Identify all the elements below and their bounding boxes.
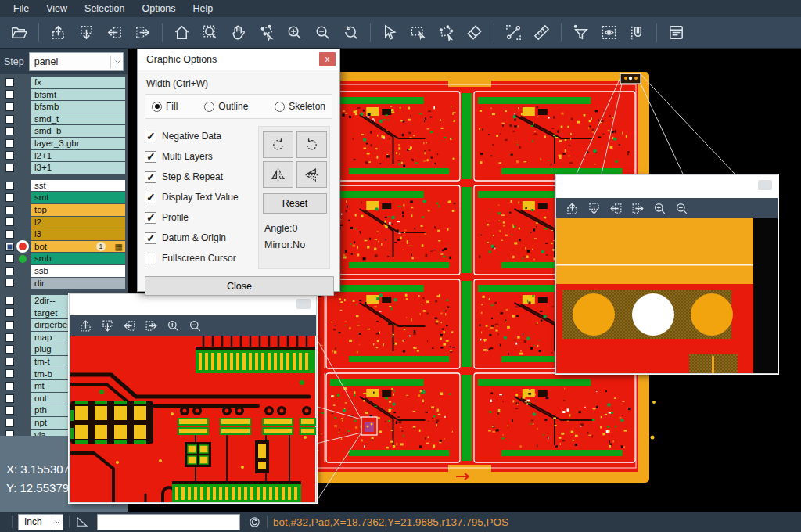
l3+1-layer-row[interactable]: l3+1	[0, 162, 128, 174]
layer-visibility-checkbox[interactable]	[5, 267, 14, 275]
close-icon[interactable]: x	[319, 52, 336, 66]
fill-radio[interactable]: Fill	[152, 101, 178, 112]
checkbox[interactable]	[145, 232, 156, 244]
radio-circle[interactable]	[204, 102, 214, 112]
smd_t-layer-row[interactable]: smd_t	[0, 113, 128, 125]
smd_b-layer-row[interactable]: smd_b	[0, 125, 128, 137]
profile-checkbox[interactable]: Profile	[145, 207, 256, 228]
window-button[interactable]	[758, 180, 772, 190]
layer-visibility-checkbox[interactable]	[5, 369, 14, 378]
rotate-ccw-button[interactable]	[296, 131, 327, 158]
zoom-out-button[interactable]	[185, 316, 205, 335]
select-rect-button[interactable]	[404, 20, 431, 45]
layer-visibility-checkbox[interactable]	[5, 333, 14, 342]
node-edit-button[interactable]	[253, 20, 279, 45]
layer-visibility-checkbox[interactable]	[5, 254, 14, 263]
skeleton-radio[interactable]: Skeleton	[275, 101, 325, 112]
outline-radio[interactable]: Outline	[204, 101, 248, 112]
top-layer-row[interactable]: top	[0, 204, 128, 216]
checkbox[interactable]	[145, 192, 156, 203]
layer-visibility-checkbox[interactable]	[5, 151, 14, 160]
layer-visibility-checkbox[interactable]	[5, 230, 14, 239]
pan-up-button[interactable]	[562, 199, 582, 217]
layer-name[interactable]: dir	[31, 278, 125, 289]
layer-name[interactable]: smb	[31, 253, 125, 264]
unit-select[interactable]: Inch	[18, 514, 63, 530]
pan-up-button[interactable]	[45, 20, 71, 45]
layer-visibility-checkbox[interactable]	[5, 90, 14, 99]
zoom-window-titlebar[interactable]	[556, 175, 778, 198]
smb-layer-row[interactable]: smb	[0, 253, 128, 264]
zoom-in-button[interactable]	[281, 20, 307, 45]
bfsmb-layer-row[interactable]: bfsmb	[0, 101, 128, 113]
layer-name[interactable]: ssb	[31, 265, 125, 277]
pan-left-button[interactable]	[101, 20, 128, 45]
fullscreen-cursor-checkbox[interactable]: Fullscreen Cursor	[145, 248, 256, 268]
layer-name[interactable]: bfsmt	[31, 89, 125, 101]
help-menu[interactable]: Help	[185, 2, 222, 16]
flip-v-button[interactable]	[263, 161, 293, 188]
checkbox[interactable]	[145, 212, 156, 224]
measure-distance-button[interactable]	[500, 20, 526, 45]
magnified-pcb-view[interactable]	[70, 336, 316, 502]
home-button[interactable]	[168, 20, 195, 45]
dir-layer-row[interactable]: dir	[0, 278, 128, 289]
l3-layer-row[interactable]: l3	[0, 228, 128, 240]
command-input[interactable]	[97, 514, 240, 530]
pan-left-button[interactable]	[119, 316, 139, 335]
layer-visibility-checkbox[interactable]	[5, 127, 14, 135]
layer-visibility-checkbox[interactable]	[5, 321, 14, 329]
options-menu[interactable]: Options	[133, 2, 184, 16]
snap-magnet-button[interactable]	[623, 20, 650, 45]
zoom-window-corner[interactable]	[555, 174, 778, 374]
open-folder-button[interactable]	[5, 20, 32, 45]
layer-name[interactable]: smd_b	[31, 125, 125, 137]
layer-name[interactable]: layer_3.gbr	[31, 138, 125, 149]
zoom-window-detail[interactable]	[69, 293, 317, 503]
checkbox[interactable]	[145, 253, 156, 264]
layer-visibility-checkbox[interactable]	[5, 182, 14, 190]
multi-layers-checkbox[interactable]: Multi Layers	[145, 146, 256, 167]
checkbox[interactable]	[145, 171, 156, 183]
zoom-out-button[interactable]	[671, 199, 691, 217]
layer-name[interactable]: bot	[31, 241, 125, 253]
pan-down-button[interactable]	[584, 199, 604, 217]
filter-button[interactable]	[567, 20, 594, 45]
pan-hand-button[interactable]	[224, 20, 251, 45]
pan-down-button[interactable]	[97, 316, 117, 335]
ssb-layer-row[interactable]: ssb	[0, 265, 128, 277]
bot-layer-row[interactable]: bot 1 ▦	[0, 241, 128, 253]
selection-menu[interactable]: Selection	[76, 2, 133, 16]
layer-visibility-checkbox[interactable]	[5, 297, 14, 305]
zoom-window-button[interactable]	[196, 20, 223, 45]
select-poly-button[interactable]	[433, 20, 459, 45]
ruler-button[interactable]	[528, 20, 555, 45]
layer-visibility-checkbox[interactable]	[5, 308, 14, 317]
flip-h-button[interactable]	[296, 161, 327, 188]
radio-circle[interactable]	[275, 102, 285, 112]
layer-visibility-checkbox[interactable]	[5, 115, 14, 124]
layer-name[interactable]: l2	[31, 217, 125, 228]
layer-visibility-checkbox[interactable]	[5, 345, 14, 354]
zoom-window-titlebar[interactable]	[70, 294, 316, 315]
dialog-titlebar[interactable]: Graphic Options x	[138, 49, 339, 70]
layer-visibility-checkbox[interactable]	[5, 279, 14, 287]
pan-right-button[interactable]	[141, 316, 161, 335]
layer-row[interactable]	[0, 174, 128, 179]
layer-visibility-checkbox[interactable]	[5, 139, 14, 148]
sst-layer-row[interactable]: sst	[0, 180, 128, 192]
layer-visibility-checkbox[interactable]	[5, 358, 14, 366]
layer-visibility-checkbox[interactable]	[5, 217, 14, 226]
refresh-icon[interactable]	[248, 516, 261, 529]
zoom-in-button[interactable]	[649, 199, 670, 217]
clean-brush-button[interactable]	[461, 20, 487, 45]
layer-name[interactable]: sst	[31, 180, 125, 192]
layer-name[interactable]: l2+1	[31, 150, 125, 162]
layer-name[interactable]: smt	[31, 192, 125, 203]
window-button[interactable]	[296, 299, 311, 309]
select-cursor-button[interactable]	[376, 20, 403, 45]
layer-name[interactable]: bfsmb	[31, 101, 125, 113]
layer-visibility-checkbox[interactable]	[5, 419, 14, 427]
bfsmt-layer-row[interactable]: bfsmt	[0, 89, 128, 101]
layer-visibility-checkbox[interactable]	[5, 406, 14, 415]
